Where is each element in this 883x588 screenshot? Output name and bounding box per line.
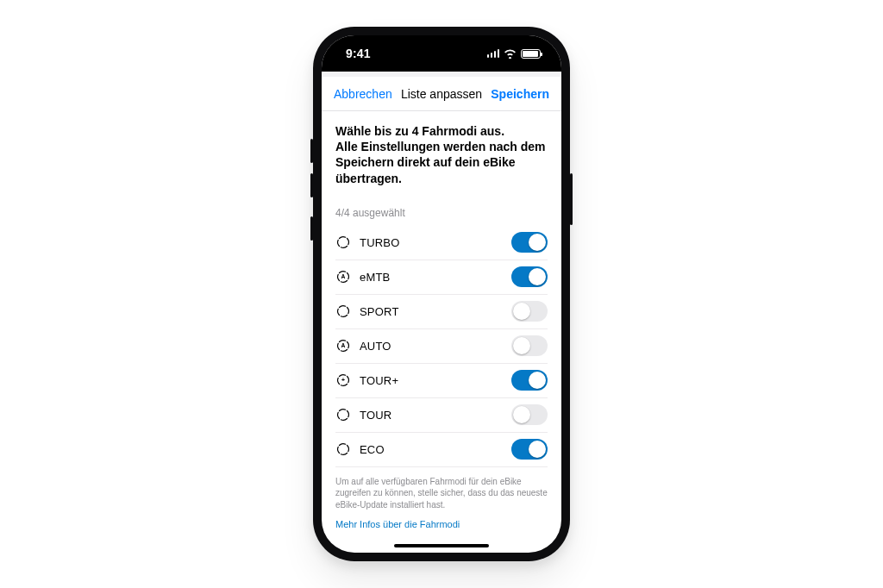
- toggle-knob: [529, 268, 546, 285]
- emtb-toggle[interactable]: [511, 266, 548, 287]
- status-time: 9:41: [346, 47, 371, 60]
- toggle-knob: [513, 337, 530, 354]
- mode-row-tour: TOUR: [335, 398, 548, 433]
- toggle-knob: [529, 372, 546, 389]
- update-footnote: Um auf alle verfügbaren Fahrmodi für dei…: [335, 476, 548, 511]
- sheet-content: Wähle bis zu 4 Fahrmodi aus.Alle Einstel…: [322, 111, 561, 553]
- tour-mode-icon: [335, 407, 351, 422]
- tourplus-toggle[interactable]: [511, 370, 548, 391]
- mode-row-left: AAUTO: [335, 338, 391, 353]
- mode-label: TURBO: [360, 236, 400, 249]
- mode-row-left: SPORT: [335, 303, 399, 319]
- mode-row-tourplus: +TOUR+: [335, 364, 548, 398]
- mode-label: TOUR+: [360, 374, 398, 387]
- status-bar: 9:41: [322, 35, 561, 72]
- mode-label: ECO: [360, 443, 385, 456]
- mode-row-sport: SPORT: [335, 295, 548, 329]
- mode-row-left: TURBO: [335, 235, 400, 250]
- phone-frame: 9:41 Abbrechen Liste anpassen Speichern …: [313, 27, 570, 561]
- home-indicator: [394, 544, 489, 547]
- mode-row-eco: ECO: [335, 433, 548, 467]
- tourplus-mode-icon: +: [335, 372, 351, 388]
- mode-label: SPORT: [360, 305, 399, 318]
- status-right: [487, 49, 542, 59]
- toggle-knob: [529, 234, 546, 251]
- battery-icon: [521, 49, 541, 59]
- toggle-knob: [529, 441, 546, 458]
- eco-mode-icon: [335, 441, 351, 457]
- mode-row-left: +TOUR+: [335, 372, 398, 388]
- eco-toggle[interactable]: [511, 439, 548, 460]
- learn-more-link[interactable]: Mehr Infos über die Fahrmodi: [335, 519, 460, 529]
- mode-row-left: AeMTB: [335, 269, 390, 285]
- mode-list: TURBOAeMTBSPORTAAUTO+TOUR+TOURECO: [335, 226, 548, 467]
- turbo-toggle[interactable]: [511, 232, 548, 253]
- tour-toggle[interactable]: [511, 404, 548, 425]
- mode-row-left: TOUR: [335, 407, 391, 422]
- instruction-headline: Wähle bis zu 4 Fahrmodi aus.Alle Einstel…: [335, 123, 548, 186]
- mode-row-auto: AAUTO: [335, 329, 548, 364]
- save-button[interactable]: Speichern: [491, 87, 549, 101]
- turbo-mode-icon: [335, 235, 351, 250]
- selection-counter: 4/4 ausgewählt: [335, 207, 548, 219]
- cancel-button[interactable]: Abbrechen: [334, 87, 392, 101]
- toggle-knob: [513, 303, 530, 320]
- svg-text:A: A: [341, 343, 346, 349]
- sheet-header: Abbrechen Liste anpassen Speichern: [322, 77, 561, 111]
- phone-screen: 9:41 Abbrechen Liste anpassen Speichern …: [322, 35, 561, 553]
- auto-toggle[interactable]: [511, 335, 548, 356]
- mode-row-emtb: AeMTB: [335, 260, 548, 295]
- sport-toggle[interactable]: [511, 301, 548, 322]
- mode-label: eMTB: [360, 271, 390, 284]
- cellular-icon: [487, 49, 500, 58]
- sheet-title: Liste anpassen: [401, 87, 482, 101]
- canvas: 9:41 Abbrechen Liste anpassen Speichern …: [0, 0, 883, 588]
- auto-mode-icon: A: [335, 338, 351, 353]
- emtb-mode-icon: A: [335, 269, 351, 285]
- mode-label: TOUR: [360, 409, 391, 422]
- wifi-icon: [504, 49, 517, 59]
- mode-row-left: ECO: [335, 441, 385, 457]
- svg-text:+: +: [341, 378, 345, 384]
- mode-row-turbo: TURBO: [335, 226, 548, 260]
- notch: [394, 35, 489, 58]
- sport-mode-icon: [335, 303, 351, 319]
- mode-label: AUTO: [360, 340, 391, 353]
- toggle-knob: [513, 406, 530, 423]
- svg-text:A: A: [341, 274, 346, 280]
